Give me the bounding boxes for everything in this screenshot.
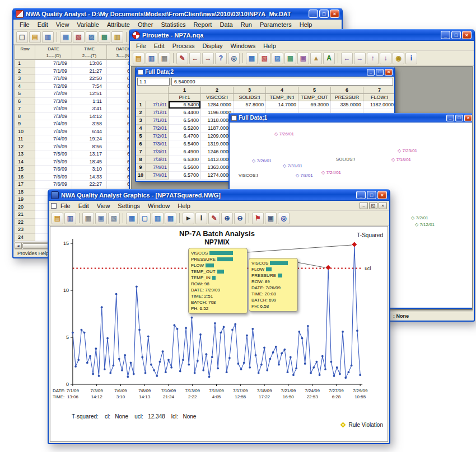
- qa-cell[interactable]: 7:54: [72, 83, 107, 91]
- monitor-icon[interactable]: ▣: [265, 213, 277, 224]
- qa-cell[interactable]: 7/4/09: [35, 120, 72, 128]
- menu-parameters[interactable]: Parameters: [256, 21, 296, 29]
- fd2-cell[interactable]: 6.4400: [169, 109, 201, 117]
- menu-help[interactable]: Help: [259, 42, 280, 50]
- menu-run[interactable]: Run: [237, 21, 256, 29]
- menu-statistics[interactable]: Statistics: [157, 21, 189, 29]
- qa-cell[interactable]: 12:51: [72, 90, 107, 98]
- table-icon[interactable]: ▦: [246, 53, 258, 64]
- save-icon[interactable]: ▥: [42, 31, 54, 43]
- fd2-cell[interactable]: 6.5700: [169, 172, 201, 180]
- redo-icon[interactable]: →: [202, 53, 214, 64]
- close-button[interactable]: ×: [377, 191, 387, 199]
- target-icon[interactable]: ◉: [393, 53, 404, 64]
- fd2-column-header[interactable]: 3: [234, 87, 266, 94]
- qa-row-number[interactable]: 3: [15, 75, 35, 83]
- fd2-column-header[interactable]: VISCOS:I: [201, 94, 234, 101]
- qa-titlebar[interactable]: NWA Quality Analyst - D:\My Documents\Mo…: [13, 8, 342, 20]
- menu-report[interactable]: Report: [189, 21, 216, 29]
- maximize-button[interactable]: □: [376, 69, 384, 76]
- fd2-column-header[interactable]: 5: [298, 87, 331, 94]
- fd2-column-header[interactable]: FLOW:I: [363, 94, 394, 101]
- fd2-row-header[interactable]: 17/1/01: [136, 101, 169, 109]
- menu-variable[interactable]: Variable: [73, 21, 103, 29]
- qa-cell[interactable]: 7/6/09: [35, 173, 72, 181]
- scatter-chart-icon[interactable]: ▩: [284, 53, 296, 64]
- qa-cell[interactable]: 3:58: [72, 120, 107, 128]
- fd2-row-header[interactable]: 37/1/01: [136, 117, 169, 125]
- fd2-cell[interactable]: 6.5600: [169, 164, 201, 172]
- fd2-cell[interactable]: 6.5400: [169, 117, 201, 125]
- qa-cell[interactable]: 1:11: [72, 98, 107, 106]
- fd2-column-header[interactable]: TEMP_IN:I: [266, 94, 298, 101]
- qa-column-header[interactable]: DATE1----(D): [35, 45, 72, 60]
- fd2-row-header[interactable]: 27/1/01: [136, 109, 169, 117]
- pointer-icon[interactable]: ►: [183, 213, 194, 224]
- qa-cell[interactable]: 3:41: [72, 105, 107, 113]
- scroll-left-icon[interactable]: ◄: [15, 243, 22, 249]
- maximize-button[interactable]: □: [319, 10, 329, 18]
- qa-cell[interactable]: 22:27: [72, 181, 107, 189]
- fd2-cell[interactable]: 6.5400: [169, 101, 201, 109]
- save-icon[interactable]: ▥: [146, 53, 157, 64]
- save-icon[interactable]: ▥: [64, 213, 76, 224]
- qa-row-number[interactable]: 15: [15, 166, 35, 173]
- qa-cell[interactable]: 7/2/09: [35, 83, 72, 91]
- open-folder-icon[interactable]: ▤: [29, 31, 41, 43]
- fd2-column-header[interactable]: PRESSUR: [331, 94, 363, 101]
- qa-cell[interactable]: 6:44: [72, 128, 107, 136]
- new-file-icon[interactable]: ▢: [16, 31, 28, 43]
- qa-cell[interactable]: 7/4/09: [35, 128, 72, 136]
- qa-row-number[interactable]: 7: [15, 105, 35, 113]
- pirouette-titlebar[interactable]: Pirouette - NP7A.nqa _□×: [130, 29, 474, 41]
- arrow-up-icon[interactable]: ↑: [367, 53, 379, 64]
- zoom-out-icon[interactable]: ⊖: [234, 213, 246, 224]
- fd2-cell-value[interactable]: 6.540000: [171, 78, 393, 86]
- qa-row-number[interactable]: 4: [15, 83, 35, 91]
- menu-other[interactable]: Other: [134, 21, 157, 29]
- text-tool-icon[interactable]: I: [195, 213, 207, 224]
- annotate-icon[interactable]: ✎: [208, 213, 220, 224]
- fd2-row-header[interactable]: 47/2/01: [136, 125, 169, 133]
- qa-cell[interactable]: 14:12: [72, 113, 107, 121]
- qa-cell[interactable]: 7/1/09: [35, 68, 72, 76]
- map-icon[interactable]: ▲: [310, 53, 322, 64]
- fd2-data-row[interactable]: 17/1/016.54001284.000057.800014.700069.3…: [136, 101, 394, 109]
- qa-column-header[interactable]: Row: [15, 45, 35, 60]
- menu-file[interactable]: File: [57, 202, 74, 210]
- layout-single-icon[interactable]: ▢: [139, 213, 151, 224]
- menu-windows[interactable]: Windows: [227, 42, 260, 50]
- qa-cell[interactable]: 7/5/09: [35, 150, 72, 158]
- fd2-cell[interactable]: 14.7000: [266, 101, 298, 109]
- minimize-button[interactable]: _: [356, 191, 366, 199]
- minimize-button[interactable]: –: [360, 202, 368, 209]
- info-icon[interactable]: i: [405, 53, 417, 64]
- close-button[interactable]: ×: [385, 69, 393, 76]
- fd2-row-header[interactable]: 87/3/01: [136, 156, 169, 164]
- fd2-cell[interactable]: 1182.0000: [363, 101, 394, 109]
- qa-row-number[interactable]: 23: [15, 226, 35, 234]
- layout-split-icon[interactable]: ▥: [152, 213, 164, 224]
- grid-icon[interactable]: ▦: [126, 213, 138, 224]
- help-icon[interactable]: ?: [215, 53, 227, 64]
- qa-row-number[interactable]: 22: [15, 219, 35, 227]
- fd2-cell[interactable]: 57.8000: [234, 101, 266, 109]
- fd2-cell[interactable]: 6.5200: [169, 125, 201, 133]
- qa-cell[interactable]: 7/6/09: [35, 166, 72, 173]
- fd2-column-header[interactable]: 2: [201, 87, 234, 94]
- minimize-button[interactable]: _: [441, 31, 450, 39]
- qa-cell[interactable]: 13:17: [72, 150, 107, 158]
- maximize-button[interactable]: □: [367, 191, 376, 199]
- fd2-column-header[interactable]: PH:1: [169, 94, 201, 101]
- qa-row-number[interactable]: 16: [15, 173, 35, 181]
- qa-cell[interactable]: 7/5/09: [35, 158, 72, 166]
- print-icon[interactable]: ▦: [82, 213, 94, 224]
- menu-attribute[interactable]: Attribute: [103, 21, 134, 29]
- fd2-column-header[interactable]: TEMP_OUT: [298, 94, 331, 101]
- menu-data[interactable]: Data: [216, 21, 236, 29]
- fd2-cell[interactable]: 1284.0000: [201, 101, 234, 109]
- qa-cell[interactable]: 18:45: [72, 158, 107, 166]
- menu-edit[interactable]: Edit: [150, 42, 169, 50]
- qa-cell[interactable]: 7/5/09: [35, 143, 72, 151]
- bar-chart-icon[interactable]: ▨: [272, 53, 283, 64]
